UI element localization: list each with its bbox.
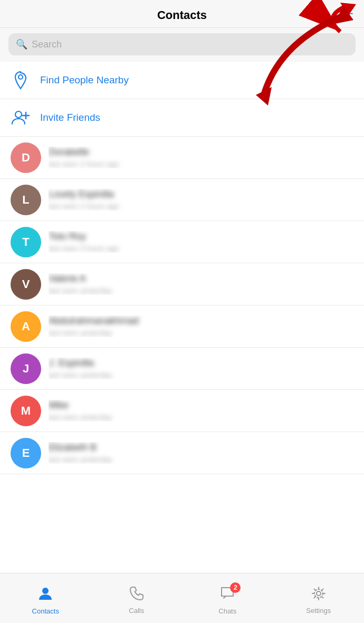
contact-info: J. Espinilla last seen yesterday (49, 358, 353, 379)
page-title: Contacts (157, 8, 207, 22)
avatar: D (11, 142, 41, 173)
avatar: V (11, 269, 41, 300)
header: Contacts + (0, 0, 364, 28)
contact-name: Toto Roy (49, 231, 353, 242)
bottom-nav: Contacts Calls 2 Chats (0, 573, 364, 623)
contact-row[interactable]: D Dorabelle last seen 2 hours ago (0, 137, 364, 179)
avatar: T (11, 227, 41, 257)
contact-name: Abdulrahmanakhmad (49, 315, 353, 327)
contact-name: Valerie A (49, 273, 353, 284)
contact-info: Valerie A last seen yesterday (49, 273, 353, 295)
tab-settings[interactable]: Settings (273, 582, 365, 615)
contact-info: Dorabelle last seen 2 hours ago (49, 147, 353, 168)
search-icon: 🔍 (16, 39, 27, 50)
contact-list: Find People Nearby Invite Friends D Dora… (0, 62, 364, 474)
svg-point-9 (317, 591, 321, 596)
tab-contacts-label: Contacts (32, 607, 59, 615)
add-contact-button[interactable]: + (345, 5, 353, 22)
person-icon (37, 586, 53, 605)
contact-info: Lovely Espinilla last seen 2 hours ago (49, 189, 353, 210)
tab-calls-label: Calls (129, 607, 144, 615)
contact-row[interactable]: T Toto Roy last seen 3 hours ago (0, 221, 364, 263)
phone-icon (129, 586, 144, 605)
avatar: M (11, 396, 41, 426)
gear-icon (311, 586, 326, 605)
contact-info: Mike last seen yesterday (49, 400, 353, 421)
invite-icon (11, 108, 31, 128)
svg-point-8 (42, 588, 49, 594)
avatar: E (11, 438, 41, 468)
svg-point-10 (314, 589, 323, 598)
search-bar[interactable]: 🔍 Search (8, 33, 356, 55)
contact-row[interactable]: V Valerie A last seen yesterday (0, 263, 364, 305)
contact-name: Dorabelle (49, 147, 353, 158)
contact-status: last seen yesterday (49, 371, 353, 379)
tab-chats[interactable]: 2 Chats (182, 581, 273, 615)
contact-status: last seen 3 hours ago (49, 244, 353, 253)
contact-info: Elizabeth B last seen yesterday (49, 442, 353, 464)
contact-info: Toto Roy last seen 3 hours ago (49, 231, 353, 253)
search-bar-container: 🔍 Search (0, 28, 364, 62)
tab-calls[interactable]: Calls (91, 582, 183, 615)
svg-point-4 (18, 75, 23, 79)
contact-status: last seen yesterday (49, 286, 353, 295)
contact-row[interactable]: M Mike last seen yesterday (0, 390, 364, 432)
contact-row[interactable]: E Elizabeth B last seen yesterday (0, 432, 364, 474)
contact-row[interactable]: L Lovely Espinilla last seen 2 hours ago (0, 179, 364, 221)
contact-row[interactable]: A Abdulrahmanakhmad last seen yesterday (0, 305, 364, 348)
invite-friends-item[interactable]: Invite Friends (0, 99, 364, 137)
contact-status: last seen 2 hours ago (49, 160, 353, 168)
contact-row[interactable]: J J. Espinilla last seen yesterday (0, 348, 364, 390)
avatar: A (11, 311, 41, 342)
contact-status: last seen yesterday (49, 455, 353, 464)
tab-chats-label: Chats (218, 607, 236, 615)
avatar: L (11, 185, 41, 215)
contact-status: last seen yesterday (49, 329, 353, 337)
contact-name: Mike (49, 400, 353, 411)
contact-info: Abdulrahmanakhmad last seen yesterday (49, 315, 353, 337)
chats-badge: 2 (230, 582, 241, 593)
find-people-nearby-label: Find People Nearby (40, 74, 129, 86)
chats-icon-container: 2 (219, 586, 235, 605)
contact-name: Lovely Espinilla (49, 189, 353, 200)
svg-point-5 (15, 111, 22, 118)
tab-settings-label: Settings (306, 607, 331, 615)
invite-friends-label: Invite Friends (40, 112, 100, 123)
location-icon (11, 70, 31, 90)
avatar: J (11, 353, 41, 384)
contact-name: Elizabeth B (49, 442, 353, 453)
contact-name: J. Espinilla (49, 358, 353, 369)
tab-contacts[interactable]: Contacts (0, 581, 91, 615)
contact-status: last seen 2 hours ago (49, 202, 353, 210)
find-people-nearby-item[interactable]: Find People Nearby (0, 62, 364, 99)
contact-status: last seen yesterday (49, 413, 353, 421)
search-placeholder: Search (32, 39, 62, 50)
